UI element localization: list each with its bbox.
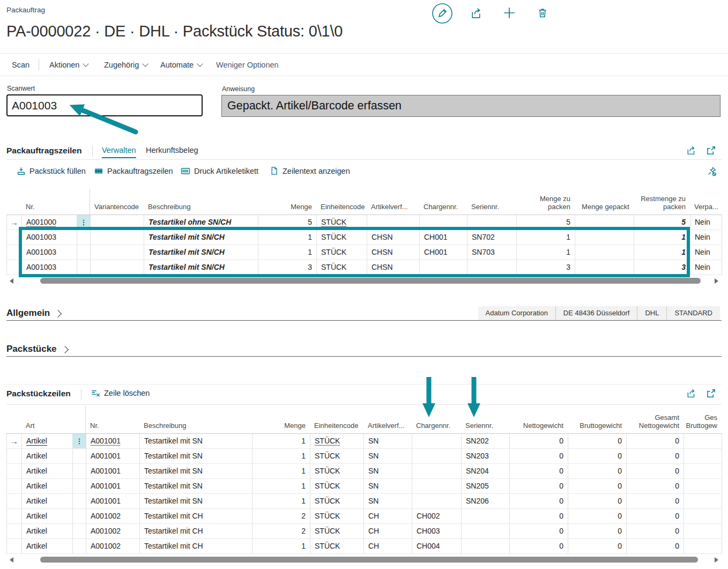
column-header-variantencode[interactable]: Variantencode bbox=[90, 189, 144, 215]
cell-beschreibung[interactable]: Testartikel mit CH bbox=[140, 539, 252, 554]
cell-gesamt-nettogewicht[interactable]: 0 bbox=[627, 449, 684, 464]
cell-variantencode[interactable] bbox=[91, 215, 144, 230]
scanwert-input[interactable] bbox=[6, 94, 203, 116]
cell-variantencode[interactable] bbox=[91, 245, 144, 260]
cell-chargennr[interactable]: CH004 bbox=[412, 539, 462, 554]
column-header-chargennr[interactable]: Chargennr. bbox=[419, 189, 467, 215]
cell-restmenge[interactable]: 5 bbox=[634, 215, 690, 230]
menu-zugehoerig[interactable]: Zugehörig bbox=[104, 54, 147, 76]
cell-bruttogewicht[interactable]: 0 bbox=[568, 479, 627, 494]
cell-beschreibung[interactable]: Testartikel mit SN bbox=[140, 479, 252, 494]
pack-lines-hscrollbar[interactable] bbox=[6, 556, 710, 563]
table-row[interactable]: ArtikelA001002Testartikel mit CH2STÜCKCH… bbox=[6, 509, 722, 524]
cell-verpackt[interactable]: Nein bbox=[690, 215, 722, 230]
cell-chargennr[interactable] bbox=[412, 479, 462, 494]
cell-variantencode[interactable] bbox=[91, 230, 144, 245]
column-header-menge[interactable]: Menge bbox=[252, 407, 310, 433]
tab-verwalten[interactable]: Verwalten bbox=[102, 146, 136, 158]
share-button[interactable] bbox=[470, 7, 482, 19]
cell-seriennr[interactable]: SN202 bbox=[462, 434, 510, 449]
cell-einheitencode[interactable]: STÜCK bbox=[310, 494, 364, 509]
column-header-ges-bruttogew[interactable]: Ges Bruttogew bbox=[684, 407, 722, 433]
cell-menge[interactable]: 1 bbox=[252, 449, 310, 464]
column-header-einheitencode[interactable]: Einheitencode bbox=[316, 189, 367, 215]
cell-menge[interactable]: 2 bbox=[252, 524, 310, 539]
scrollbar-thumb[interactable] bbox=[40, 557, 698, 563]
cell-artikelverf[interactable]: CH bbox=[364, 539, 412, 554]
cell-einheitencode[interactable]: STÜCK bbox=[310, 539, 364, 554]
tile-standard[interactable]: STANDARD bbox=[666, 306, 720, 320]
column-header-nettogewicht[interactable]: Nettogewicht bbox=[509, 407, 568, 433]
cell-nettogewicht[interactable]: 0 bbox=[510, 464, 568, 479]
cell-bruttogewicht[interactable]: 0 bbox=[568, 509, 627, 524]
cell-art[interactable]: Artikel bbox=[22, 509, 73, 524]
cell-nr[interactable]: A001003 bbox=[22, 230, 77, 245]
column-header-restmenge-zu-packen[interactable]: Restmenge zu packen bbox=[634, 189, 690, 215]
cell-nr[interactable]: A001001 bbox=[86, 434, 140, 449]
cell-gesamt-nettogewicht[interactable]: 0 bbox=[627, 509, 684, 524]
table-row[interactable]: A001003Testartikel mit SN/CH1STÜCKCHSNCH… bbox=[6, 245, 722, 260]
cell-einheitencode[interactable]: STÜCK bbox=[317, 245, 367, 260]
tile-carrier[interactable]: DHL bbox=[637, 306, 666, 320]
cell-art[interactable]: Artikel bbox=[22, 479, 73, 494]
share-section-button[interactable] bbox=[686, 388, 696, 398]
packstuecke-section-header[interactable]: Packstücke bbox=[6, 342, 722, 357]
tile-customer[interactable]: Adatum Corporation bbox=[478, 306, 555, 320]
column-header-nr[interactable]: Nr. bbox=[86, 407, 139, 433]
cell-nettogewicht[interactable]: 0 bbox=[510, 509, 568, 524]
cell-einheitencode[interactable]: STÜCK bbox=[310, 449, 364, 464]
cell-artikelverf[interactable]: SN bbox=[364, 464, 412, 479]
table-row[interactable]: A001003Testartikel mit SN/CH3STÜCKCHSN33… bbox=[6, 260, 722, 275]
cell-chargennr[interactable]: CH001 bbox=[420, 230, 467, 245]
cell-gesamt-nettogewicht[interactable]: 0 bbox=[627, 434, 684, 449]
row-menu-button[interactable]: ⋮ bbox=[73, 434, 86, 449]
cell-beschreibung[interactable]: Testartikel mit CH bbox=[140, 509, 252, 524]
cell-gesamt-nettogewicht[interactable]: 0 bbox=[627, 479, 684, 494]
cell-menge-zu-packen[interactable]: 3 bbox=[517, 260, 575, 275]
cell-nettogewicht[interactable]: 0 bbox=[510, 494, 568, 509]
cell-seriennr[interactable]: SN703 bbox=[467, 245, 517, 260]
cell-beschreibung[interactable]: Testartikel mit SN bbox=[140, 434, 252, 449]
cell-chargennr[interactable] bbox=[412, 449, 462, 464]
cell-bruttogewicht[interactable]: 0 bbox=[568, 524, 627, 539]
cell-beschreibung[interactable]: Testartikel ohne SN/CH bbox=[144, 215, 258, 230]
cell-nettogewicht[interactable]: 0 bbox=[510, 479, 568, 494]
menu-scan[interactable]: Scan bbox=[12, 54, 29, 76]
cell-bruttogewicht[interactable]: 0 bbox=[568, 494, 627, 509]
cell-gesamt-bruttogewicht[interactable] bbox=[684, 464, 722, 479]
cell-art[interactable]: Artikel bbox=[22, 539, 73, 554]
table-row[interactable]: ArtikelA001001Testartikel mit SN1STÜCKSN… bbox=[6, 464, 722, 479]
cell-menge[interactable]: 1 bbox=[258, 230, 317, 245]
cell-menge-gepackt[interactable] bbox=[575, 260, 634, 275]
column-header-artikelverf[interactable]: Artikelverf... bbox=[363, 407, 412, 433]
cell-nr[interactable]: A001002 bbox=[86, 524, 140, 539]
cell-gesamt-nettogewicht[interactable]: 0 bbox=[627, 524, 684, 539]
table-row[interactable]: →Artikel⋮A001001Testartikel mit SN1STÜCK… bbox=[6, 434, 722, 449]
cell-gesamt-nettogewicht[interactable]: 0 bbox=[627, 464, 684, 479]
cell-seriennr[interactable]: SN702 bbox=[467, 230, 517, 245]
druck-artikeletikett-button[interactable]: Druck Artikeletikett bbox=[181, 166, 258, 176]
cell-menge[interactable]: 1 bbox=[252, 434, 310, 449]
cell-chargennr[interactable]: CH002 bbox=[412, 509, 462, 524]
cell-menge-gepackt[interactable] bbox=[575, 245, 634, 260]
cell-bruttogewicht[interactable]: 0 bbox=[568, 539, 627, 554]
column-header-beschreibung[interactable]: Beschreibung bbox=[144, 189, 258, 215]
cell-art[interactable]: Artikel bbox=[22, 464, 73, 479]
cell-artikelverf[interactable]: CHSN bbox=[367, 245, 420, 260]
cell-menge[interactable]: 3 bbox=[258, 260, 317, 275]
cell-chargennr[interactable] bbox=[412, 494, 462, 509]
cell-einheitencode[interactable]: STÜCK bbox=[310, 479, 364, 494]
scrollbar-thumb[interactable] bbox=[40, 278, 701, 284]
cell-nr[interactable]: A001002 bbox=[86, 539, 140, 554]
cell-nr[interactable]: A001001 bbox=[86, 449, 140, 464]
cell-menge[interactable]: 1 bbox=[252, 494, 310, 509]
cell-art[interactable]: Artikel bbox=[22, 524, 73, 539]
cell-beschreibung[interactable]: Testartikel mit SN/CH bbox=[144, 245, 258, 260]
cell-artikelverf[interactable]: SN bbox=[364, 449, 412, 464]
cell-einheitencode[interactable]: STÜCK bbox=[310, 524, 364, 539]
scroll-right-arrow[interactable] bbox=[715, 557, 718, 563]
tab-herkunftsbeleg[interactable]: Herkunftsbeleg bbox=[146, 146, 198, 157]
cell-nr[interactable]: A001003 bbox=[22, 245, 77, 260]
cell-verpackt[interactable]: Nein bbox=[690, 245, 722, 260]
cell-artikelverf[interactable]: CH bbox=[364, 524, 412, 539]
